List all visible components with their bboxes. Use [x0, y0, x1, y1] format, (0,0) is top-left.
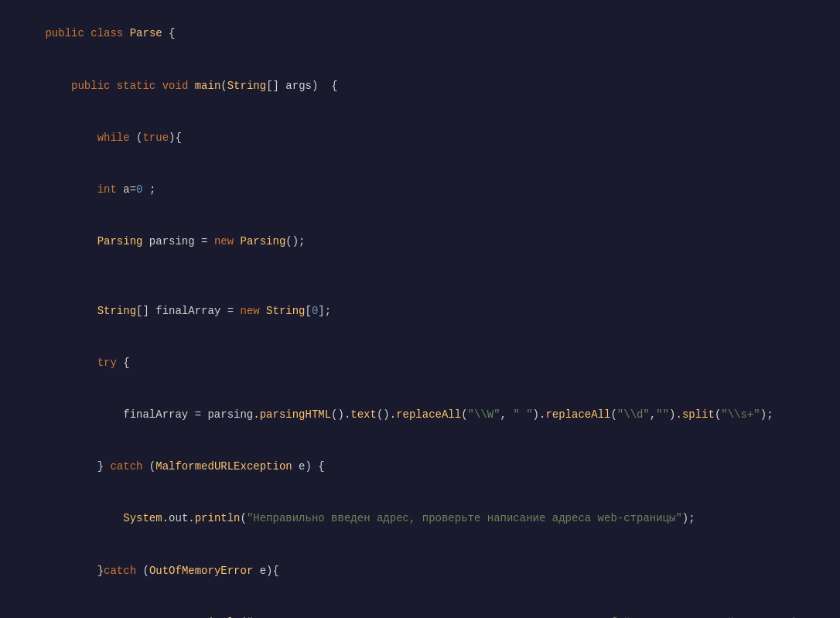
code-line: } catch (MalformedURLException e) {: [0, 441, 840, 493]
code-line: int a=0 ;: [0, 164, 840, 216]
code-line: [0, 268, 840, 285]
code-line: public class Parse {: [0, 8, 840, 60]
code-line: System.out.println("Неправильно введен а…: [0, 493, 840, 545]
code-line: try {: [0, 336, 840, 388]
code-editor: public class Parse { public static void …: [0, 0, 840, 618]
code-line: finalArray = parsing.parsingHTML().text(…: [0, 389, 840, 441]
code-line: String[] finalArray = new String[0];: [0, 285, 840, 336]
code-line: public static void main(String[] args) {: [0, 60, 840, 111]
code-line: Parsing parsing = new Parsing();: [0, 216, 840, 268]
code-line: }catch (OutOfMemoryError e){: [0, 545, 840, 596]
code-line: while (true){: [0, 111, 840, 163]
code-line: System.out.println("Недостаточно памяти …: [0, 596, 840, 618]
